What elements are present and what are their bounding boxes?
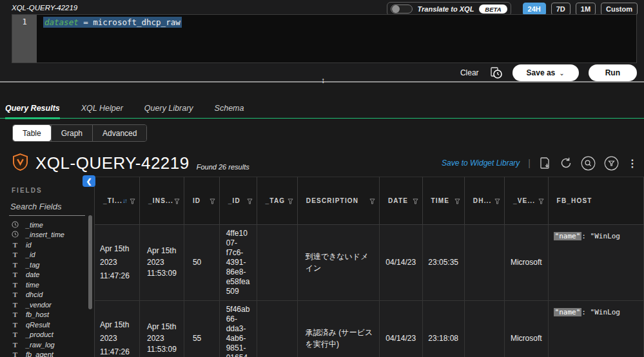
- time-range-custom-button[interactable]: Custom: [601, 3, 638, 15]
- view-mode-graph[interactable]: Graph: [51, 125, 92, 141]
- cell-_time[interactable]: Apr 15th 2023 11:47:26: [95, 301, 140, 357]
- translate-toggle[interactable]: [391, 5, 413, 14]
- field-item-fb_host[interactable]: Tfb_host: [0, 310, 94, 320]
- search-fields-input[interactable]: [9, 200, 85, 215]
- column-label: _TI...: [103, 197, 122, 204]
- column-header-_insert_time[interactable]: _INS...: [140, 177, 184, 225]
- field-item-_insert_time[interactable]: _insert_time: [0, 230, 94, 240]
- collapse-sidebar-button[interactable]: ❮: [83, 175, 95, 187]
- run-button[interactable]: Run: [589, 64, 637, 81]
- view-mode-advanced[interactable]: Advanced: [92, 125, 146, 141]
- text-type-icon: T: [12, 291, 19, 298]
- field-item-dhcid[interactable]: Tdhcid: [0, 290, 94, 300]
- cell-description[interactable]: 到達できないドメイン: [298, 225, 380, 301]
- cell-fb_host[interactable]: "name": "WinLog: [549, 225, 644, 301]
- clear-button[interactable]: Clear: [460, 68, 479, 77]
- refresh-icon[interactable]: [560, 157, 572, 169]
- save-to-widget-library-link[interactable]: Save to Widget Library: [442, 159, 520, 168]
- cell-time[interactable]: 23:05:35: [423, 225, 465, 301]
- cell-date[interactable]: 04/14/23: [380, 301, 423, 357]
- time-range-7d-button[interactable]: 7D: [551, 3, 571, 15]
- cell-id[interactable]: 50: [184, 225, 220, 301]
- results-title: XQL-QUERY-42219: [35, 153, 190, 173]
- query-actions: Clear Save as⌄ Run: [460, 64, 637, 81]
- time-range-1m-button[interactable]: 1M: [576, 3, 596, 15]
- schedule-query-icon[interactable]: [489, 66, 503, 80]
- filter-icon[interactable]: [538, 195, 544, 207]
- field-item-fb_agent[interactable]: Tfb_agent: [0, 350, 94, 357]
- field-name: _vendor: [26, 301, 52, 309]
- field-name: fb_agent: [26, 351, 54, 357]
- text-type-icon: T: [12, 251, 19, 258]
- column-header-time[interactable]: TIME: [423, 177, 465, 225]
- xql-editor[interactable]: 1 dataset = microsoft_dhcp_raw: [12, 14, 637, 63]
- view-mode-table[interactable]: Table: [13, 125, 51, 141]
- cell-_time[interactable]: Apr 15th 2023 11:47:26: [95, 225, 140, 301]
- field-item-_vendor[interactable]: T_vendor: [0, 300, 94, 310]
- cell-time[interactable]: 23:18:08: [423, 301, 465, 357]
- results-table: _TI...↓↑_INS...ID_ID_TAGDESCRIPTIONDATET…: [95, 177, 644, 357]
- field-item-_product[interactable]: T_product: [0, 330, 94, 340]
- time-range-24h-button[interactable]: 24H: [523, 3, 546, 15]
- column-header-id[interactable]: ID: [184, 177, 220, 225]
- tab-xql-helper[interactable]: XQL Helper: [81, 104, 123, 118]
- field-item-_tag[interactable]: T_tag: [0, 260, 94, 270]
- cell-_tag[interactable]: [257, 225, 298, 301]
- column-header-_tag[interactable]: _TAG: [257, 177, 298, 225]
- tab-query-results[interactable]: Query Results: [5, 104, 60, 119]
- column-header-_time[interactable]: _TI...↓↑: [95, 177, 140, 225]
- field-item-_raw_log[interactable]: T_raw_log: [0, 340, 94, 350]
- column-label: DESCRIPTION: [306, 197, 359, 204]
- cell-description[interactable]: 承認済み (サービスを実行中): [298, 301, 380, 357]
- table-row[interactable]: Apr 15th 2023 11:47:26Apr 15th 2023 11:5…: [95, 301, 644, 357]
- fields-sidebar: ❮ FIELDS _time_insert_timeTidT_idT_tagTd…: [0, 177, 94, 357]
- column-header-dhcid[interactable]: DH...: [465, 177, 505, 225]
- cell-_vendor[interactable]: Microsoft: [505, 225, 549, 301]
- field-item-_id[interactable]: T_id: [0, 250, 94, 260]
- field-item-time[interactable]: Ttime: [0, 280, 94, 290]
- filter-icon[interactable]: [174, 195, 180, 207]
- cell-fb_host[interactable]: "name": "WinLog: [549, 301, 644, 357]
- column-header-_id[interactable]: _ID: [220, 177, 257, 225]
- tab-schema[interactable]: Schema: [215, 104, 244, 118]
- filter-icon[interactable]: [604, 156, 619, 171]
- filter-icon[interactable]: [369, 195, 375, 207]
- save-as-button[interactable]: Save as⌄: [512, 64, 579, 81]
- field-item-qResult[interactable]: TqResult: [0, 320, 94, 330]
- editor-line-number: 1: [12, 15, 37, 63]
- cell-dhcid[interactable]: [465, 301, 505, 357]
- cell-_id[interactable]: 4ffe1007-f7c6-4391-86e8-e58fea509: [220, 225, 257, 301]
- cell-_id[interactable]: 5f46ab66-dda3-4ab6-9851-0165477d: [220, 301, 257, 357]
- cell-_vendor[interactable]: Microsoft: [505, 301, 549, 357]
- filter-icon[interactable]: [288, 195, 293, 207]
- filter-icon[interactable]: [210, 195, 215, 207]
- column-header-_vendor[interactable]: _VE...: [505, 177, 549, 225]
- field-item-id[interactable]: Tid: [0, 240, 94, 250]
- export-icon[interactable]: [539, 157, 551, 170]
- field-item-_time[interactable]: _time: [0, 220, 94, 230]
- cell-_insert_time[interactable]: Apr 15th 2023 11:53:09: [140, 301, 184, 357]
- filter-icon[interactable]: [454, 195, 460, 207]
- tab-query-library[interactable]: Query Library: [144, 104, 193, 118]
- field-item-date[interactable]: Tdate: [0, 270, 94, 280]
- sidebar-scrollbar[interactable]: [88, 215, 92, 309]
- cell-_insert_time[interactable]: Apr 15th 2023 11:53:09: [140, 225, 184, 301]
- sort-icon[interactable]: ↓↑: [122, 197, 126, 204]
- table-row[interactable]: Apr 15th 2023 11:47:26Apr 15th 2023 11:5…: [95, 225, 644, 301]
- column-header-date[interactable]: DATE: [380, 177, 423, 225]
- filter-icon[interactable]: [247, 195, 253, 207]
- filter-icon[interactable]: [130, 195, 135, 207]
- field-name: id: [26, 241, 32, 249]
- cell-_tag[interactable]: [257, 301, 298, 357]
- editor-code-area[interactable]: dataset = microsoft_dhcp_raw: [37, 15, 636, 63]
- search-icon[interactable]: [581, 156, 596, 171]
- column-header-description[interactable]: DESCRIPTION: [298, 177, 380, 225]
- more-options-icon[interactable]: ⋮: [627, 157, 638, 169]
- cell-id[interactable]: 55: [184, 301, 220, 357]
- splitter-resize-handle[interactable]: ↕: [321, 76, 325, 85]
- column-header-fb_host[interactable]: FB_HOST: [549, 177, 644, 225]
- filter-icon[interactable]: [494, 195, 500, 207]
- filter-icon[interactable]: [413, 195, 418, 207]
- cell-date[interactable]: 04/14/23: [380, 225, 423, 301]
- cell-dhcid[interactable]: [465, 225, 505, 301]
